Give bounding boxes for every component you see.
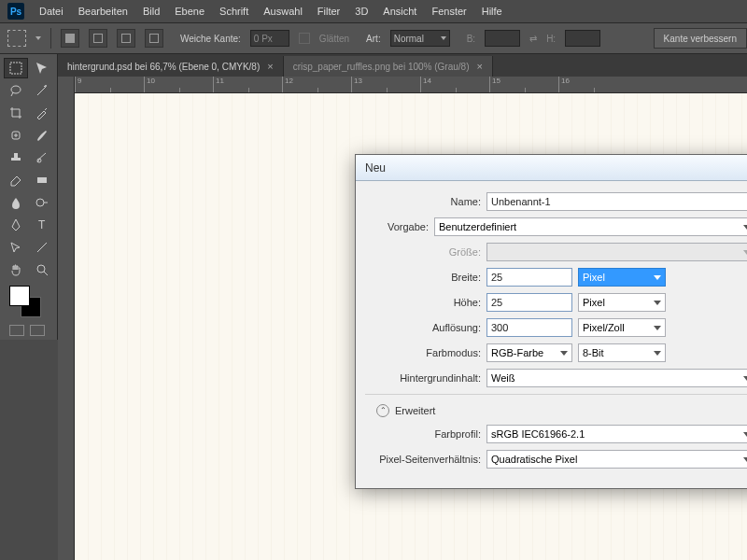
menu-item[interactable]: Ansicht — [383, 6, 416, 17]
menu-item[interactable]: Bearbeiten — [78, 6, 128, 17]
bg-label: Hintergrundinhalt: — [365, 372, 481, 384]
anti-alias-label: Glätten — [319, 34, 349, 44]
tab-label: hintergrund.psd bei 66,7% (Ebene 0, CMYK… — [67, 62, 260, 72]
width-input[interactable] — [486, 268, 572, 287]
eyedropper-tool[interactable] — [30, 103, 54, 123]
svg-point-5 — [36, 199, 44, 206]
dialog-titlebar[interactable]: Neu — [356, 155, 747, 181]
width-unit-select[interactable]: Pixel — [578, 268, 666, 287]
menu-item[interactable]: Schrift — [219, 6, 248, 17]
swap-icon[interactable]: ⇄ — [529, 34, 537, 44]
menu-item[interactable]: Datei — [39, 6, 63, 17]
height-input — [565, 30, 600, 47]
svg-point-1 — [11, 86, 21, 93]
profile-label: Farbprofil: — [365, 428, 481, 440]
width-label: B: — [467, 34, 475, 44]
quickmask-icon[interactable] — [9, 325, 24, 336]
aspect-label: Pixel-Seitenverhältnis: — [365, 454, 481, 465]
selection-intersect-icon[interactable] — [145, 29, 163, 48]
size-label: Größe: — [365, 246, 481, 258]
profile-select[interactable]: sRGB IEC61966-2.1 — [486, 425, 747, 443]
marquee-preset-icon[interactable] — [7, 30, 26, 47]
height-input[interactable] — [486, 293, 572, 312]
new-document-dialog: Neu Name: Vorgabe: Benutzerdefiniert Grö… — [355, 154, 747, 489]
resolution-input[interactable] — [486, 318, 572, 337]
selection-new-icon[interactable] — [61, 29, 79, 48]
preset-label: Vorgabe: — [365, 221, 429, 232]
style-select[interactable]: Normal — [390, 30, 450, 47]
svg-rect-4 — [37, 177, 47, 183]
blur-tool[interactable] — [4, 192, 28, 213]
magic-wand-tool[interactable] — [30, 80, 54, 101]
ruler-vertical[interactable] — [58, 77, 75, 560]
brush-tool[interactable] — [30, 125, 54, 146]
refine-edge-button[interactable]: Kante verbessern — [654, 28, 747, 49]
collapse-icon: ⌃ — [376, 404, 389, 417]
menu-item[interactable]: Fenster — [431, 6, 466, 17]
resolution-unit-select[interactable]: Pixel/Zoll — [578, 318, 666, 337]
healing-tool[interactable] — [4, 125, 28, 146]
height-unit-select[interactable]: Pixel — [578, 293, 666, 312]
line-tool[interactable] — [30, 237, 54, 258]
soft-edge-input[interactable] — [250, 30, 289, 47]
color-swatches[interactable] — [9, 286, 43, 319]
chevron-down-icon[interactable] — [35, 36, 41, 40]
selection-add-icon[interactable] — [89, 29, 107, 48]
toolbox: T — [0, 54, 58, 340]
menubar: Ps Datei Bearbeiten Bild Ebene Schrift A… — [0, 0, 747, 22]
advanced-toggle[interactable]: ⌃ Erweitert — [376, 404, 747, 417]
document-tab[interactable]: hintergrund.psd bei 66,7% (Ebene 0, CMYK… — [58, 56, 284, 77]
width-input — [485, 30, 520, 47]
aspect-select[interactable]: Quadratische Pixel — [486, 450, 747, 469]
svg-point-7 — [37, 265, 45, 273]
width-label: Breite: — [365, 272, 481, 283]
height-label: Höhe: — [365, 297, 481, 308]
soft-edge-label: Weiche Kante: — [180, 34, 241, 44]
svg-text:T: T — [38, 218, 46, 231]
menu-item[interactable]: Filter — [317, 6, 340, 17]
screenmode-icon[interactable] — [30, 325, 45, 336]
hand-tool[interactable] — [4, 259, 28, 280]
depth-select[interactable]: 8-Bit — [578, 343, 666, 362]
name-input[interactable] — [486, 192, 747, 211]
resolution-label: Auflösung: — [365, 322, 481, 333]
colormode-label: Farbmodus: — [365, 347, 481, 358]
svg-rect-0 — [10, 63, 21, 74]
menu-item[interactable]: Auswahl — [263, 6, 303, 17]
name-label: Name: — [365, 196, 481, 207]
close-icon[interactable]: × — [267, 61, 273, 72]
tab-label: crisp_paper_ruffles.png bei 100% (Grau/8… — [293, 62, 470, 72]
menu-item[interactable]: 3D — [355, 6, 368, 17]
move-tool[interactable] — [30, 58, 54, 78]
options-bar: Weiche Kante: Glätten Art: Normal B: ⇄ H… — [0, 22, 747, 54]
ruler-horizontal[interactable]: 9 10 11 12 13 14 15 16 — [75, 77, 747, 93]
marquee-tool[interactable] — [4, 58, 28, 78]
document-tab[interactable]: crisp_paper_ruffles.png bei 100% (Grau/8… — [284, 56, 493, 77]
lasso-tool[interactable] — [4, 80, 28, 101]
pen-tool[interactable] — [4, 215, 28, 235]
menu-item[interactable]: Ebene — [175, 6, 204, 17]
type-tool[interactable]: T — [30, 215, 54, 235]
size-select — [486, 243, 747, 261]
dodge-tool[interactable] — [30, 192, 54, 213]
selection-subtract-icon[interactable] — [117, 29, 135, 48]
gradient-tool[interactable] — [30, 170, 54, 190]
stamp-tool[interactable] — [4, 147, 28, 168]
crop-tool[interactable] — [4, 103, 28, 123]
colormode-select[interactable]: RGB-Farbe — [486, 343, 572, 362]
photoshop-logo: Ps — [7, 3, 24, 20]
eraser-tool[interactable] — [4, 170, 28, 190]
document-tabbar: hintergrund.psd bei 66,7% (Ebene 0, CMYK… — [58, 54, 747, 77]
path-selection-tool[interactable] — [4, 237, 28, 258]
history-brush-tool[interactable] — [30, 147, 54, 168]
zoom-tool[interactable] — [30, 259, 54, 280]
height-label: H: — [546, 34, 556, 44]
menu-item[interactable]: Bild — [143, 6, 160, 17]
preset-select[interactable]: Benutzerdefiniert — [434, 217, 747, 236]
anti-alias-checkbox[interactable] — [299, 33, 310, 44]
bg-select[interactable]: Weiß — [486, 369, 747, 387]
foreground-color[interactable] — [9, 286, 30, 306]
style-label: Art: — [366, 34, 381, 44]
close-icon[interactable]: × — [477, 61, 483, 72]
menu-item[interactable]: Hilfe — [482, 6, 502, 17]
